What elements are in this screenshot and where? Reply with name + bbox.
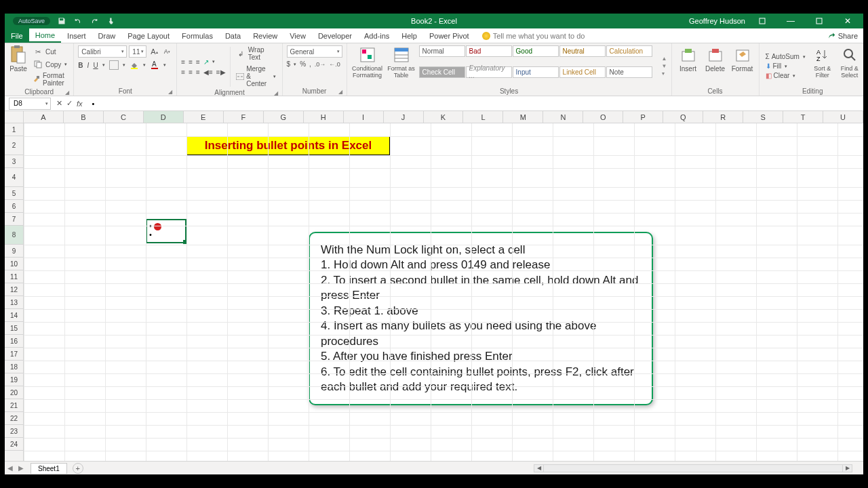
col-header-P[interactable]: P (623, 111, 663, 123)
tab-formulas[interactable]: Formulas (176, 28, 219, 43)
formula-value[interactable]: • (88, 100, 95, 108)
row-header-23[interactable]: 23 (5, 425, 23, 438)
col-header-E[interactable]: E (184, 111, 224, 123)
row-header-14[interactable]: 14 (5, 309, 23, 322)
row-header-12[interactable]: 12 (5, 283, 23, 296)
cancel-edit-icon[interactable]: ✕ (56, 99, 62, 108)
sheet-nav-prev-icon[interactable]: ◀ (5, 464, 16, 472)
dialog-launcher-icon[interactable]: ◢ (338, 89, 342, 95)
col-header-I[interactable]: I (344, 111, 384, 123)
percent-icon[interactable]: % (300, 60, 306, 68)
row-header-13[interactable]: 13 (5, 296, 23, 309)
conditional-formatting-icon[interactable] (358, 45, 377, 64)
indent-increase-icon[interactable]: ≡▶ (216, 68, 226, 76)
comma-icon[interactable]: , (309, 60, 311, 68)
orientation-icon[interactable]: ↗ (203, 58, 209, 66)
col-header-N[interactable]: N (543, 111, 583, 123)
tab-addins[interactable]: Add-ins (358, 28, 395, 43)
scroll-left-icon[interactable]: ◀ (534, 465, 544, 472)
dialog-launcher-icon[interactable]: ◢ (65, 89, 69, 96)
undo-icon[interactable] (73, 16, 83, 26)
touch-icon[interactable] (106, 16, 115, 26)
align-top-icon[interactable]: ≡ (181, 58, 185, 66)
paste-icon[interactable] (9, 45, 28, 64)
new-sheet-button[interactable]: + (73, 463, 83, 474)
format-cells-icon[interactable] (733, 45, 752, 64)
gallery-down-icon[interactable]: ▼ (662, 63, 667, 69)
dialog-launcher-icon[interactable]: ◢ (168, 89, 172, 95)
wrap-text-button[interactable]: ↲Wrap Text (234, 45, 277, 62)
style-bad[interactable]: Bad (466, 45, 512, 57)
redo-icon[interactable] (90, 16, 99, 26)
tab-help[interactable]: Help (395, 28, 423, 43)
row-header-4[interactable]: 4 (5, 168, 23, 187)
style-explanatory[interactable]: Explanatory ... (466, 66, 512, 78)
bold-button[interactable]: B (78, 62, 83, 69)
row-header-15[interactable]: 15 (5, 322, 23, 335)
font-color-button[interactable]: A (150, 60, 159, 70)
row-header-9[interactable]: 9 (5, 245, 23, 258)
tab-powerpivot[interactable]: Power Pivot (423, 28, 475, 43)
close-button[interactable]: ✕ (836, 14, 859, 28)
format-painter-button[interactable]: Format Painter (31, 71, 69, 87)
align-center-icon[interactable]: ≡ (189, 68, 193, 76)
row-header-16[interactable]: 16 (5, 335, 23, 348)
row-header-22[interactable]: 22 (5, 412, 23, 425)
sheet-tab-sheet1[interactable]: Sheet1 (31, 463, 67, 474)
name-box[interactable]: D8▾ (9, 98, 51, 110)
style-normal[interactable]: Normal (419, 45, 465, 57)
insert-cells-icon[interactable] (679, 45, 698, 64)
row-header-11[interactable]: 11 (5, 270, 23, 283)
row-header-10[interactable]: 10 (5, 258, 23, 270)
active-cell-d8[interactable]: • • (146, 219, 186, 243)
fill-button[interactable]: ⬇Fill▾ (764, 62, 808, 70)
col-header-U[interactable]: U (823, 111, 863, 123)
tell-me-search[interactable]: Tell me what you want to do (482, 28, 585, 43)
style-linked-cell[interactable]: Linked Cell (559, 66, 606, 78)
accounting-icon[interactable]: $ (287, 60, 291, 68)
select-all-triangle[interactable] (5, 111, 24, 123)
tab-home[interactable]: Home (29, 28, 61, 43)
autosave-toggle[interactable]: AutoSave (13, 17, 50, 25)
style-calculation[interactable]: Calculation (606, 45, 652, 57)
align-right-icon[interactable]: ≡ (196, 68, 200, 76)
clear-button[interactable]: ◧Clear▾ (764, 71, 808, 80)
tab-page-layout[interactable]: Page Layout (121, 28, 176, 43)
increase-decimal-icon[interactable]: .0→ (315, 61, 326, 68)
col-header-J[interactable]: J (384, 111, 424, 123)
row-header-8[interactable]: 8 (5, 226, 23, 245)
row-header-7[interactable]: 7 (5, 213, 23, 226)
col-header-L[interactable]: L (463, 111, 503, 123)
decrease-decimal-icon[interactable]: ←.0 (329, 61, 340, 68)
align-bottom-icon[interactable]: ≡ (196, 58, 200, 66)
col-header-F[interactable]: F (224, 111, 264, 123)
gallery-more-icon[interactable]: ▾ (662, 70, 667, 77)
row-header-3[interactable]: 3 (5, 155, 23, 168)
row-header-21[interactable]: 21 (5, 399, 23, 412)
horizontal-scrollbar[interactable]: ◀ ▶ (534, 464, 852, 472)
row-header-1[interactable]: 1 (5, 123, 23, 136)
tab-insert[interactable]: Insert (61, 28, 92, 43)
row-header-18[interactable]: 18 (5, 361, 23, 373)
copy-button[interactable]: Copy▾ (31, 58, 69, 70)
shrink-font-icon[interactable]: A▾ (161, 46, 172, 57)
row-header-20[interactable]: 20 (5, 386, 23, 399)
enter-edit-icon[interactable]: ✓ (66, 99, 73, 108)
font-size-select[interactable]: 11▾ (129, 45, 146, 58)
underline-button[interactable]: U (93, 62, 98, 69)
save-icon[interactable] (57, 16, 66, 26)
row-header-24[interactable]: 24 (5, 438, 23, 451)
border-button[interactable] (109, 60, 119, 70)
col-header-C[interactable]: C (104, 111, 144, 123)
col-header-H[interactable]: H (304, 111, 344, 123)
align-middle-icon[interactable]: ≡ (189, 58, 193, 66)
cell-styles-gallery[interactable]: Normal Bad Good Neutral Calculation Chec… (419, 45, 658, 87)
tab-data[interactable]: Data (219, 28, 247, 43)
sort-filter-icon[interactable]: AZ (813, 45, 832, 64)
style-good[interactable]: Good (513, 45, 559, 57)
row-header-5[interactable]: 5 (5, 187, 23, 200)
tab-file[interactable]: File (5, 28, 29, 43)
fx-icon[interactable]: fx (77, 100, 83, 108)
style-neutral[interactable]: Neutral (559, 45, 606, 57)
grow-font-icon[interactable]: A▴ (149, 46, 159, 57)
